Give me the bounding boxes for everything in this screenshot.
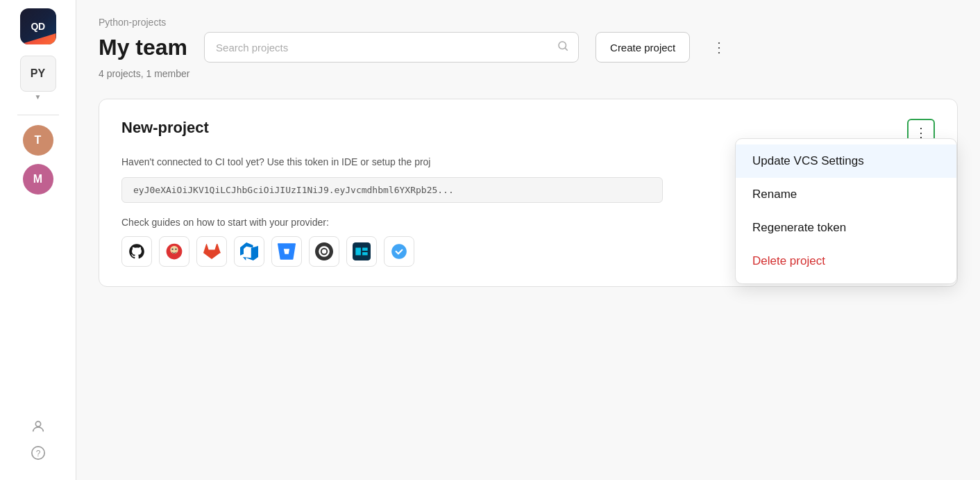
avatar-t[interactable]: T [23, 125, 53, 156]
sidebar-divider [17, 115, 59, 115]
app-logo[interactable]: QD [20, 8, 56, 44]
provider-github[interactable] [121, 236, 152, 267]
svg-rect-12 [362, 252, 368, 255]
provider-space[interactable] [384, 236, 414, 267]
svg-text:?: ? [35, 449, 40, 458]
page-meta: 4 projects, 1 member [99, 68, 958, 79]
svg-rect-11 [362, 248, 368, 251]
workspace-selector[interactable]: PY ▼ [20, 56, 56, 101]
project-description: Haven't connected to CI tool yet? Use th… [121, 156, 663, 167]
person-icon[interactable] [31, 419, 46, 434]
provider-teamcity[interactable] [346, 236, 377, 267]
help-icon[interactable]: ? [31, 445, 46, 461]
provider-azure[interactable] [234, 236, 264, 267]
project-dropdown-menu: Update VCS Settings Rename Regenerate to… [735, 138, 957, 284]
project-card: New-project ⋮ Haven't connected to CI to… [99, 99, 958, 287]
svg-point-8 [175, 249, 176, 250]
svg-rect-9 [353, 242, 371, 260]
main-content: Python-projects My team Create project ⋮… [76, 0, 980, 480]
workspace-badge[interactable]: PY [20, 56, 56, 92]
svg-point-7 [171, 249, 173, 250]
dropdown-item-update-vcs[interactable]: Update VCS Settings [736, 144, 956, 178]
provider-bitbucket[interactable] [271, 236, 302, 267]
sidebar-bottom: ? [31, 419, 46, 472]
avatar-m[interactable]: M [23, 164, 53, 195]
svg-point-6 [170, 246, 178, 254]
page-title: My team [99, 35, 187, 60]
svg-rect-10 [355, 248, 361, 256]
logo-text: QD [31, 21, 45, 32]
page-header: My team Create project ⋮ [99, 32, 958, 63]
provider-circleci[interactable] [309, 236, 339, 267]
provider-gitlab[interactable] [196, 236, 227, 267]
breadcrumb: Python-projects [99, 17, 958, 28]
svg-point-0 [35, 422, 40, 427]
search-input[interactable] [204, 32, 579, 63]
search-container [204, 32, 579, 63]
project-name: New-project [121, 119, 209, 137]
project-token[interactable]: eyJ0eXAiOiJKV1QiLCJhbGciOiJIUzI1NiJ9.eyJ… [121, 177, 663, 203]
provider-jenkins[interactable] [159, 236, 189, 267]
more-options-icon[interactable]: ⋮ [707, 36, 732, 58]
sidebar: QD PY ▼ T M ? [0, 0, 76, 480]
chevron-down-icon: ▼ [35, 93, 42, 101]
create-project-button[interactable]: Create project [595, 32, 690, 63]
dropdown-item-regenerate-token[interactable]: Regenerate token [736, 211, 956, 245]
dropdown-item-delete-project[interactable]: Delete project [736, 245, 956, 278]
dropdown-item-rename[interactable]: Rename [736, 178, 956, 211]
